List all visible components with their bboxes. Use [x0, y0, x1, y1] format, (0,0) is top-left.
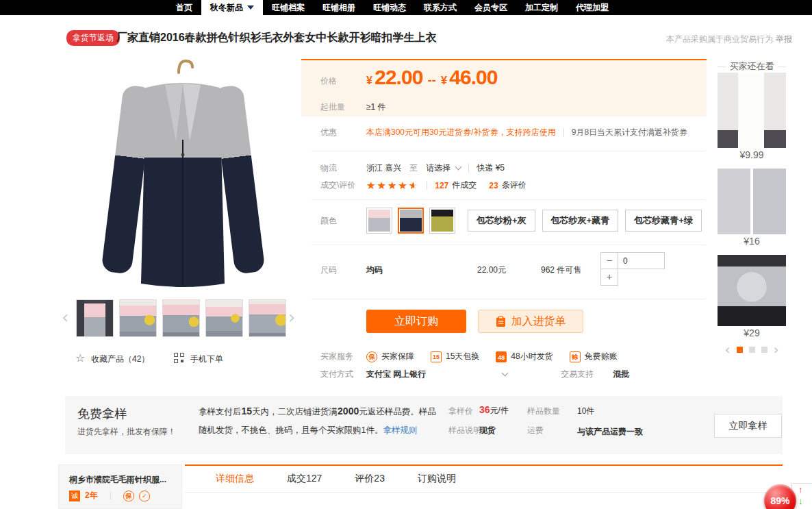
- tab-reviews[interactable]: 评价23: [355, 473, 385, 485]
- detail-tabbar: 详细信息 成交127 评价23 订购说明: [185, 464, 783, 493]
- divider: [468, 164, 469, 173]
- nav-item-custom-made[interactable]: 加工定制: [516, 0, 567, 15]
- desc-text: 元返还样品费。样品: [359, 407, 436, 417]
- review-count[interactable]: 23: [489, 181, 498, 190]
- divider: [791, 483, 812, 484]
- tab-deals[interactable]: 成交127: [287, 473, 322, 485]
- thumbnail[interactable]: [162, 299, 200, 337]
- nav-item-shop-news[interactable]: 旺铺动态: [364, 0, 415, 15]
- sample-title: 免费拿样: [77, 406, 127, 422]
- moq-value: ≥1 件: [366, 101, 386, 113]
- divider: [312, 245, 705, 245]
- nav-item-home[interactable]: 首页: [167, 0, 201, 15]
- pager-prev-icon[interactable]: ‹: [725, 345, 731, 354]
- review-count-suffix: 条评价: [502, 179, 526, 191]
- thumbnail[interactable]: [119, 299, 157, 337]
- thumbnail[interactable]: [76, 299, 114, 337]
- region-select[interactable]: 请选择: [426, 162, 451, 174]
- chevron-down-icon[interactable]: [455, 164, 462, 171]
- tab-detail-info[interactable]: 详细信息: [216, 473, 254, 485]
- service-label: 15天包换: [446, 351, 479, 362]
- scroll-down-icon[interactable]: ↓: [798, 496, 803, 506]
- service-15day-exchange[interactable]: 15 15天包换: [431, 351, 479, 362]
- seller-name[interactable]: 桐乡市濮院毛毛雨针织服...: [69, 474, 179, 486]
- cart-button-label: 加入进货单: [511, 314, 566, 329]
- nav-item-shop-album[interactable]: 旺铺相册: [314, 0, 364, 15]
- scroll-up-icon[interactable]: ↑: [798, 484, 803, 495]
- currency-symbol: ¥: [441, 75, 447, 86]
- guarantee-shield-icon: 保: [123, 491, 134, 501]
- service-free-credit[interactable]: 赊 免费赊账: [570, 351, 618, 362]
- quantity-plus-button[interactable]: +: [600, 269, 618, 286]
- deal-count[interactable]: 127: [435, 181, 448, 190]
- logistics-label: 物流: [312, 162, 366, 174]
- sample-rules-link[interactable]: 拿样规则: [383, 425, 417, 435]
- payment-label: 支付方式: [312, 369, 366, 380]
- get-sample-button[interactable]: 立即拿样: [714, 414, 782, 438]
- ship-from: 浙江 嘉兴: [366, 162, 401, 174]
- seller-badges: 诚 2年 保 ✓: [69, 490, 150, 501]
- thumbnail[interactable]: [205, 299, 243, 337]
- color-option[interactable]: 包芯纱灰+藏青: [542, 210, 619, 232]
- thumbnail[interactable]: [249, 299, 286, 337]
- color-option[interactable]: 包芯纱藏青+绿: [625, 210, 702, 232]
- report-link[interactable]: 举报: [776, 34, 792, 45]
- promo-text: 本店满300元可用30元进货券/补货券，支持跨店使用: [366, 127, 556, 138]
- add-to-purchase-list-button[interactable]: 加入进货单: [478, 310, 583, 333]
- divider: [778, 66, 787, 67]
- services-label: 买家服务: [312, 351, 366, 362]
- sample-ship-label: 运费: [527, 425, 544, 436]
- size-price: 22.00元: [477, 252, 541, 276]
- sidebar-product-price[interactable]: ¥29: [718, 327, 786, 338]
- sidebar-product-price[interactable]: ¥9.99: [718, 149, 786, 160]
- payment-methods: 支付宝 网上银行: [366, 369, 426, 380]
- promo-row: 优惠 本店满300元可用30元进货券/补货券，支持跨店使用 9月8日当天累计支付…: [312, 127, 707, 138]
- service-48h-shipping[interactable]: 48 48小时发货: [496, 351, 553, 362]
- sample-stock-label: 样品说明: [448, 425, 481, 436]
- quantity-input[interactable]: [618, 252, 665, 269]
- size-stock: 962 件可售: [541, 252, 600, 276]
- nav-item-shop-profile[interactable]: 旺铺档案: [263, 0, 314, 15]
- thumbnail-next-icon[interactable]: ›: [288, 308, 295, 326]
- divider: [110, 491, 111, 500]
- favorite-product-link[interactable]: 收藏产品（42）: [91, 353, 149, 365]
- nav-item-agent-join[interactable]: 代理加盟: [567, 0, 618, 15]
- color-swatch-green-black[interactable]: [429, 208, 455, 234]
- mobile-order-link[interactable]: 手机下单: [190, 353, 223, 365]
- sidebar-product-price[interactable]: ¥16: [718, 236, 786, 247]
- thumbnail-prev-icon[interactable]: ‹: [62, 308, 68, 326]
- color-swatch-pink-gray[interactable]: [366, 208, 392, 234]
- quantity-minus-button[interactable]: −: [600, 252, 618, 269]
- action-buttons: 立即订购 加入进货单: [366, 310, 640, 333]
- pager-dot[interactable]: [761, 347, 767, 353]
- nav-item-label: 秋冬新品: [210, 0, 243, 15]
- qr-code-icon: [174, 353, 184, 363]
- sidebar-title: 买家还在看: [730, 60, 774, 73]
- color-swatch-gray-navy-selected[interactable]: [398, 208, 424, 234]
- moq-label: 起批量: [320, 101, 345, 113]
- sidebar-product-image[interactable]: [718, 255, 786, 326]
- favorite-star-icon[interactable]: ☆: [75, 351, 85, 364]
- order-now-button[interactable]: 立即订购: [366, 310, 466, 333]
- rating-label: 成交\评价: [312, 179, 366, 191]
- nav-item-member-zone[interactable]: 会员专区: [466, 0, 516, 15]
- main-product-image: [65, 53, 301, 295]
- pager-next-icon[interactable]: ›: [774, 345, 779, 354]
- tab-order-info[interactable]: 订购说明: [418, 473, 456, 485]
- sidebar-product-image[interactable]: [718, 73, 786, 148]
- nav-item-new-arrivals[interactable]: 秋冬新品: [201, 0, 263, 15]
- trade-support-value: 混批: [613, 369, 629, 380]
- color-option[interactable]: 包芯纱粉+灰: [468, 210, 535, 232]
- seller-box: 桐乡市濮院毛毛雨针织服... 诚 2年 保 ✓: [58, 464, 182, 509]
- verified-shield-icon: ✓: [139, 491, 150, 501]
- nav-item-contact[interactable]: 联系方式: [415, 0, 466, 15]
- pager-dot-active[interactable]: [737, 347, 743, 353]
- pager-dot[interactable]: [749, 347, 755, 353]
- 48h-icon: 48: [496, 351, 507, 362]
- 15day-icon: 15: [431, 351, 442, 362]
- divider: [312, 299, 705, 299]
- sidebar-product-image[interactable]: [718, 169, 786, 234]
- cardigan-illustration: [65, 53, 301, 295]
- chevron-down-icon[interactable]: [502, 370, 509, 377]
- service-buyer-guarantee[interactable]: 保 买家保障: [366, 351, 414, 362]
